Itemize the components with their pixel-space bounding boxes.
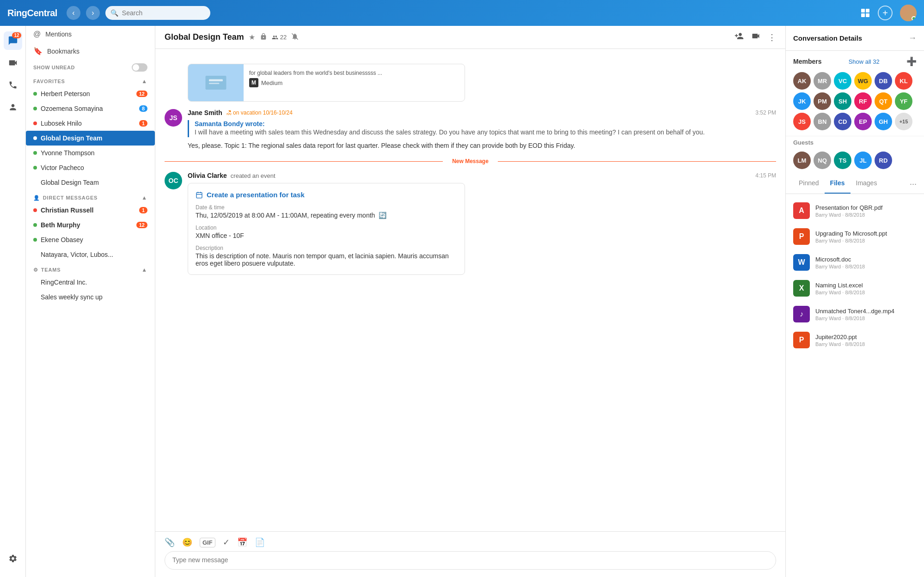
guest-avatar[interactable]: JL	[854, 152, 872, 169]
file-item[interactable]: W Microsoft.doc Barry Ward · 8/8/2018	[786, 249, 924, 275]
link-preview[interactable]: for global leaders from the world's best…	[188, 64, 465, 102]
apps-grid-button[interactable]	[860, 8, 870, 18]
guest-avatar[interactable]: NQ	[814, 152, 831, 169]
member-avatar[interactable]: KL	[895, 72, 912, 90]
file-item[interactable]: ♪ Unmatched Toner4...dge.mp4 Barry Ward …	[786, 301, 924, 327]
sidebar-item-herbert[interactable]: Herbert Peterson 12	[26, 86, 155, 101]
member-avatar[interactable]: BN	[814, 113, 831, 130]
members-row: Members Show all 32 ➕	[786, 51, 924, 69]
video-call-button[interactable]	[751, 31, 760, 43]
tab-images[interactable]: Images	[851, 175, 883, 194]
attachment-button[interactable]: 📎	[165, 537, 175, 547]
members-avatars-grid: AK MR VC WG DB KL JK PM SH RF QT YF JS B…	[786, 69, 924, 136]
nav-item-name: Victor Pacheco	[41, 164, 147, 171]
show-unread-toggle[interactable]	[132, 63, 147, 72]
sidebar-item-bookmarks[interactable]: 🔖 Bookmarks	[26, 43, 155, 60]
guests-label: Guests	[786, 136, 924, 149]
calendar-button[interactable]: 📅	[237, 537, 247, 547]
user-avatar[interactable]	[900, 5, 917, 21]
sidebar-item-victor[interactable]: Victor Pacheco	[26, 160, 155, 175]
panel-close-button[interactable]: →	[908, 33, 917, 43]
member-avatar[interactable]: VC	[834, 72, 851, 90]
sidebar-item-yvonne[interactable]: Yvonne Thompson	[26, 146, 155, 160]
show-all-members-link[interactable]: Show all 32	[849, 58, 880, 65]
sidebar-item-global-design2[interactable]: Global Design Team	[26, 175, 155, 190]
member-avatar[interactable]: GH	[875, 113, 892, 130]
sidebar-item-ringcentral-inc[interactable]: RingCentral Inc.	[26, 275, 155, 290]
event-action: created an event	[231, 172, 275, 179]
member-avatar[interactable]: JK	[793, 92, 811, 110]
sidebar-item-sales-sync[interactable]: Sales weekly sync up	[26, 290, 155, 304]
sidebar-item-beth[interactable]: Beth Murphy 12	[26, 218, 155, 232]
member-avatar[interactable]: PM	[814, 92, 831, 110]
svg-rect-7	[209, 79, 223, 82]
rail-video-button[interactable]	[4, 54, 22, 72]
forward-button[interactable]: ›	[86, 6, 100, 20]
show-unread-row: SHOW UNREAD	[26, 60, 155, 73]
search-input[interactable]	[105, 6, 210, 20]
back-button[interactable]: ‹	[67, 6, 80, 20]
sidebar-item-natayara[interactable]: Natayara, Victor, Lubos...	[26, 247, 155, 262]
member-avatar[interactable]: SH	[834, 92, 851, 110]
dm-header[interactable]: 👤 DIRECT MESSAGES ▲	[26, 190, 155, 203]
member-avatar[interactable]: EP	[854, 113, 872, 130]
member-avatar[interactable]: MR	[814, 72, 831, 90]
add-button[interactable]: +	[878, 6, 893, 20]
notification-bell-icon[interactable]	[291, 33, 299, 42]
tab-pinned[interactable]: Pinned	[793, 175, 825, 194]
gif-button[interactable]: GIF	[200, 538, 215, 547]
sidebar-item-ekene[interactable]: Ekene Obasey	[26, 232, 155, 247]
sidebar-item-lubosek[interactable]: Lubosek Hnilo 1	[26, 116, 155, 131]
sender-status: 🏖 on vacation 10/16-10/24	[226, 109, 293, 116]
guest-avatar[interactable]: RD	[875, 152, 892, 169]
settings-button[interactable]	[4, 549, 22, 568]
file-item[interactable]: A Presentation for QBR.pdf Barry Ward · …	[786, 198, 924, 224]
add-member-button[interactable]	[734, 31, 744, 43]
member-avatar[interactable]: DB	[875, 72, 892, 90]
member-avatar[interactable]: QT	[875, 92, 892, 110]
tab-files[interactable]: Files	[825, 175, 851, 194]
link-preview-content: for global leaders from the world's best…	[244, 64, 388, 101]
file-item[interactable]: P Jupiter2020.ppt Barry Ward · 8/8/2018	[786, 327, 924, 353]
status-dot	[33, 295, 37, 299]
teams-header[interactable]: ⚙ TEAMS ▲	[26, 262, 155, 275]
nav-item-name: Herbert Peterson	[41, 90, 133, 97]
event-title[interactable]: Create a presentation for task	[196, 191, 457, 199]
sidebar-item-ozoemena[interactable]: Ozoemena Somayina 8	[26, 101, 155, 116]
member-avatar-more[interactable]: +15	[895, 113, 912, 130]
rail-phone-button[interactable]	[4, 76, 22, 94]
tabs-more-button[interactable]: ···	[910, 175, 917, 194]
chat-header: Global Design Team ★ 22 ⋮	[155, 26, 785, 49]
member-avatar[interactable]: WG	[854, 72, 872, 90]
sidebar-item-global-design-team[interactable]: Global Design Team	[26, 131, 155, 146]
rail-contacts-button[interactable]	[4, 98, 22, 116]
file-info: Naming List.excel Barry Ward · 8/8/2018	[815, 282, 917, 295]
member-avatar[interactable]: CD	[834, 113, 851, 130]
add-member-panel-button[interactable]: ➕	[906, 56, 917, 67]
checkmark-button[interactable]: ✓	[223, 537, 230, 547]
medium-icon: M	[249, 78, 258, 87]
sidebar-item-mentions[interactable]: @ Mentions	[26, 26, 155, 43]
emoji-button[interactable]: 😊	[182, 537, 192, 547]
note-button[interactable]: 📄	[255, 537, 265, 547]
file-name: Microsoft.doc	[815, 256, 917, 263]
nav-item-name: RingCentral Inc.	[41, 279, 147, 286]
member-avatar[interactable]: RF	[854, 92, 872, 110]
guest-avatar[interactable]: TS	[834, 152, 851, 169]
star-icon[interactable]: ★	[249, 33, 255, 42]
rail-chat-button[interactable]: 12	[4, 31, 22, 50]
bookmarks-label: Bookmarks	[47, 48, 80, 55]
member-avatar[interactable]: YF	[895, 92, 912, 110]
lock-icon[interactable]	[260, 33, 267, 42]
more-options-button[interactable]: ⋮	[768, 32, 776, 43]
member-avatar[interactable]: AK	[793, 72, 811, 90]
unread-badge: 8	[139, 105, 147, 112]
file-item[interactable]: X Naming List.excel Barry Ward · 8/8/201…	[786, 275, 924, 301]
guest-avatar[interactable]: LM	[793, 152, 811, 169]
chat-badge: 12	[12, 32, 21, 38]
message-input[interactable]	[165, 551, 776, 570]
sidebar-item-christian[interactable]: Christian Russell 1	[26, 203, 155, 218]
member-avatar[interactable]: JS	[793, 113, 811, 130]
favorites-header[interactable]: FAVORITES ▲	[26, 73, 155, 86]
file-item[interactable]: P Upgrading To Microsoft.ppt Barry Ward …	[786, 224, 924, 249]
